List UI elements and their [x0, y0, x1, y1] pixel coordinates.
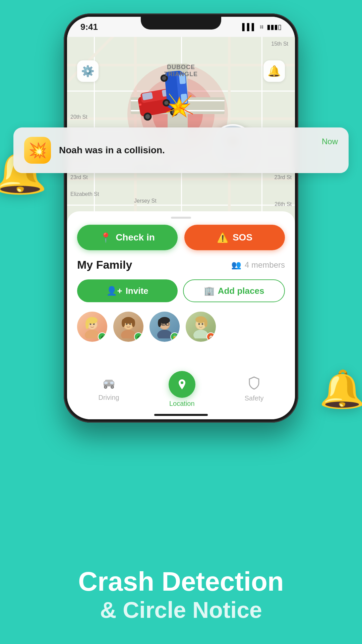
addplaces-label: Add places	[218, 286, 264, 296]
phone-screen: 9:41 ▌▌▌ ⌗ ▮▮▮▯	[67, 17, 295, 419]
phone-frame: 9:41 ▌▌▌ ⌗ ▮▮▮▯	[64, 13, 298, 423]
sheet-handle	[171, 217, 191, 219]
addplaces-icon: 🏢	[204, 286, 215, 296]
notification-icon: 💥	[24, 137, 51, 164]
svg-point-77	[181, 381, 183, 384]
svg-rect-76	[110, 382, 114, 384]
member-badge-3: 🔒	[170, 332, 179, 341]
checkin-button[interactable]: 📍 Check in	[77, 225, 178, 250]
member-avatars-row: ✓	[77, 312, 285, 342]
svg-point-45	[121, 330, 136, 338]
member-badge-1: ✓	[98, 332, 107, 341]
invite-label: Invite	[126, 286, 148, 296]
notch	[141, 17, 221, 30]
safety-label: Safety	[245, 394, 264, 402]
headline-main: Crash Detection	[0, 567, 362, 596]
sos-label: SOS	[233, 232, 252, 243]
driving-label: Driving	[99, 394, 119, 401]
notification-time: Now	[322, 137, 338, 146]
member-badge-2: ✓	[134, 332, 143, 341]
bell-icon: 🔔	[267, 65, 281, 77]
svg-point-68	[204, 319, 207, 327]
members-count: 👥 4 members	[231, 260, 285, 270]
family-header: My Family 👥 4 members	[77, 258, 285, 271]
svg-point-38	[85, 330, 100, 338]
notification-button[interactable]: 🔔	[263, 60, 285, 82]
members-count-text: 4 members	[245, 260, 285, 270]
settings-button[interactable]: ⚙️	[77, 60, 99, 82]
family-title: My Family	[77, 258, 132, 271]
duboce-label: DUBOCE TRIANGLE	[164, 64, 198, 78]
street-label-elizabeth: Elizabeth St	[70, 191, 99, 197]
svg-point-63	[193, 330, 208, 338]
street-label-23rd-right: 23rd St	[274, 174, 292, 180]
gear-icon: ⚙️	[81, 65, 95, 77]
bell-decoration-right: 🔔	[315, 362, 362, 416]
action-buttons-row: 📍 Check in ⚠️ SOS	[77, 225, 285, 250]
addplaces-button[interactable]: 🏢 Add places	[183, 279, 285, 302]
status-icons: ▌▌▌ ⌗ ▮▮▮▯	[242, 23, 282, 31]
street-label-23rd: 23rd St	[70, 174, 88, 180]
bottom-navigation: Driving Location	[67, 372, 295, 413]
svg-point-72	[105, 386, 106, 388]
headline-sub: & Circle Notice	[0, 596, 362, 624]
checkin-icon: 📍	[100, 232, 112, 243]
svg-point-74	[111, 386, 113, 388]
family-action-buttons: 👤+ Invite 🏢 Add places	[77, 279, 285, 302]
collision-icon: 💥	[28, 142, 47, 159]
location-icon-active	[169, 371, 195, 398]
svg-point-61	[158, 319, 161, 327]
home-indicator	[154, 414, 208, 416]
members-icon: 👥	[231, 260, 241, 270]
notification-banner: 💥 Noah was in a collision. Now	[13, 127, 349, 173]
sos-button[interactable]: ⚠️ SOS	[184, 225, 285, 250]
svg-point-53	[157, 330, 172, 338]
duboce-line2: TRIANGLE	[164, 71, 198, 78]
status-time: 9:41	[80, 22, 98, 32]
svg-point-51	[132, 319, 135, 327]
signal-icon: ▌▌▌	[242, 23, 256, 31]
svg-point-66	[202, 323, 203, 325]
svg-rect-75	[104, 382, 108, 384]
member-avatar-4[interactable]: 🏠	[186, 312, 216, 342]
invite-icon: 👤+	[106, 286, 122, 296]
svg-point-43	[85, 320, 89, 329]
bottom-headline: Crash Detection & Circle Notice	[0, 567, 362, 624]
svg-point-50	[122, 319, 125, 327]
street-label-jersey: Jersey St	[134, 198, 157, 204]
invite-button[interactable]: 👤+ Invite	[77, 279, 178, 302]
location-label: Location	[169, 400, 195, 408]
checkin-label: Check in	[116, 232, 155, 243]
nav-driving[interactable]: Driving	[99, 377, 119, 401]
member-badge-4: 🏠	[206, 332, 215, 341]
member-avatar-2[interactable]: ✓	[113, 312, 143, 342]
street-label-20th: 20th St	[70, 114, 87, 120]
member-avatar-1[interactable]: ✓	[77, 312, 107, 342]
bottom-sheet: 📍 Check in ⚠️ SOS My Family 👥 4 members	[67, 211, 295, 419]
notification-message: Noah was in a collision.	[59, 144, 314, 156]
sos-icon: ⚠️	[217, 232, 229, 243]
battery-icon: ▮▮▮▯	[267, 23, 282, 31]
duboce-line1: DUBOCE	[164, 64, 198, 71]
family-section: My Family 👥 4 members 👤+ Invite 🏢 Add pl…	[77, 258, 285, 342]
driving-icon	[102, 377, 116, 392]
wifi-icon: ⌗	[260, 23, 263, 31]
member-avatar-3[interactable]: 🔒	[149, 312, 180, 342]
street-label-15th: 15th St	[271, 41, 288, 47]
nav-safety[interactable]: Safety	[245, 376, 264, 402]
safety-icon	[248, 376, 260, 392]
svg-point-65	[198, 323, 200, 325]
street-label-26th: 26th St	[275, 201, 292, 207]
nav-location[interactable]: Location	[169, 371, 195, 408]
